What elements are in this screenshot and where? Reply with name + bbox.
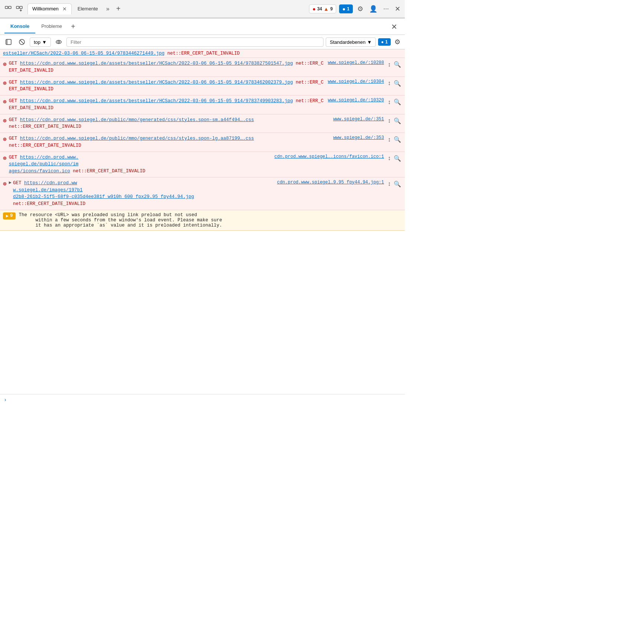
- cutoff-error-code: net::ERR_CERT_DATE_INVALID: [167, 51, 240, 56]
- more-icon[interactable]: ···: [382, 3, 390, 14]
- forward-icon[interactable]: [14, 4, 25, 14]
- error-row-6: ⊗ GET https://cdn.prod.www.spiegel.de/pu…: [0, 152, 405, 178]
- request-icon-1[interactable]: ↕: [387, 61, 391, 69]
- warning-count: 9: [10, 213, 13, 218]
- error-row-7: ⊗ ▶ GET https://cdn.prod.www.spiegel.de/…: [0, 178, 405, 210]
- error-content-2: GET https://cdn.prod.www.spiegel.de/asse…: [9, 79, 325, 93]
- error-row-5: ⊗ GET https://cdn.prod.www.spiegel.de/pu…: [0, 133, 405, 152]
- context-selector[interactable]: top ▼: [30, 38, 51, 47]
- context-label: top: [34, 39, 40, 45]
- tab-elemente[interactable]: Elemente: [73, 4, 103, 14]
- tab-willkommen-label: Willkommen: [32, 6, 59, 12]
- tab-konsole[interactable]: Konsole: [4, 20, 35, 33]
- search-icon-7[interactable]: 🔍: [393, 180, 402, 188]
- error-actions-5: ↕ 🔍: [387, 135, 402, 144]
- bottom-expand-row[interactable]: ›: [0, 394, 405, 405]
- error-source-2[interactable]: www.spiegel.de/:10304: [328, 79, 384, 84]
- error-url-2[interactable]: https://cdn.prod.www.spiegel.de/assets/b…: [20, 80, 293, 85]
- log-level-selector[interactable]: Standardebenen ▼: [326, 38, 376, 47]
- error-source-3[interactable]: www.spiegel.de/:10320: [328, 98, 384, 103]
- warning-row-1: ▶ 9 The resource <URL> was preloaded usi…: [0, 210, 405, 231]
- search-icon-4[interactable]: 🔍: [393, 117, 402, 125]
- console-settings-button[interactable]: ⚙: [393, 36, 402, 48]
- error-content-1: GET https://cdn.prod.www.spiegel.de/asse…: [9, 60, 325, 74]
- error-url-7[interactable]: https://cdn.prod.www.spiegel.de/images/1…: [13, 180, 194, 200]
- svg-point-11: [58, 41, 59, 43]
- search-icon-3[interactable]: 🔍: [393, 98, 402, 106]
- profile-icon[interactable]: 👤: [368, 3, 379, 14]
- devtools-add-tab-button[interactable]: +: [68, 21, 78, 32]
- tab-elemente-label: Elemente: [78, 6, 98, 12]
- error-url-1[interactable]: https://cdn.prod.www.spiegel.de/assets/b…: [20, 61, 293, 66]
- add-tab-button[interactable]: +: [113, 3, 124, 14]
- warning-play-icon: ▶: [6, 213, 9, 219]
- warning-badge[interactable]: ▶ 9: [3, 212, 16, 219]
- expand-arrow-7[interactable]: ▶: [9, 180, 12, 185]
- error-method-7: GET: [13, 180, 24, 186]
- request-icon-7[interactable]: ↕: [387, 180, 391, 188]
- devtools-panel: Konsole Probleme + ✕ top ▼: [0, 18, 405, 405]
- error-count: 34: [317, 6, 322, 12]
- search-icon-1[interactable]: 🔍: [393, 60, 402, 69]
- error-url-4[interactable]: https://cdn.prod.www.spiegel.de/public/m…: [20, 117, 254, 123]
- request-icon-5[interactable]: ↕: [387, 136, 391, 144]
- error-count-badge[interactable]: ● 34 ▲ 9: [309, 4, 336, 13]
- svg-rect-3: [20, 6, 22, 9]
- error-code-5: net::ERR_CERT_DATE_INVALID: [9, 143, 81, 148]
- request-icon-6[interactable]: ↕: [387, 154, 391, 162]
- svg-rect-1: [9, 6, 11, 9]
- chevron-down-icon: ▼: [42, 39, 47, 45]
- error-method-3: GET: [9, 98, 20, 104]
- devtools-close-button[interactable]: ✕: [388, 21, 400, 33]
- error-method-5: GET: [9, 136, 20, 141]
- svg-rect-2: [16, 6, 19, 9]
- search-icon-5[interactable]: 🔍: [393, 135, 402, 144]
- info-messages-badge[interactable]: ● 1: [378, 38, 391, 46]
- tab-close-icon[interactable]: ✕: [62, 6, 67, 12]
- cutoff-row: estseller/HCSach/2022-03-06_06-15-05_914…: [0, 49, 405, 58]
- console-messages-area[interactable]: estseller/HCSach/2022-03-06_06-15-05_914…: [0, 49, 405, 394]
- info-count: 1: [347, 6, 349, 12]
- info-dot-icon: ●: [342, 6, 345, 12]
- error-content-6: GET https://cdn.prod.www.spiegel.de/publ…: [9, 154, 271, 175]
- cutoff-url[interactable]: estseller/HCSach/2022-03-06_06-15-05_914…: [3, 51, 165, 56]
- error-circle-icon-2: ⊗: [3, 79, 7, 87]
- error-source-1[interactable]: www.spiegel.de/:10288: [328, 60, 384, 65]
- request-icon-4[interactable]: ↕: [387, 117, 391, 125]
- search-icon-6[interactable]: 🔍: [393, 154, 402, 163]
- error-source-4[interactable]: www.spiegel.de/:351: [333, 117, 384, 122]
- request-icon-3[interactable]: ↕: [387, 98, 391, 106]
- error-circle-icon-6: ⊗: [3, 155, 7, 162]
- sidebar-toggle-button[interactable]: [3, 37, 14, 47]
- tab-overflow-button[interactable]: »: [104, 4, 112, 14]
- eye-filter-button[interactable]: [53, 37, 64, 47]
- clear-console-button[interactable]: [16, 37, 27, 47]
- error-actions-4: ↕ 🔍: [387, 117, 402, 125]
- close-browser-icon[interactable]: ✕: [393, 3, 402, 14]
- error-actions-6: ↕ 🔍: [387, 154, 402, 163]
- error-method-4: GET: [9, 117, 20, 123]
- error-source-5[interactable]: www.spiegel.de/:353: [333, 135, 384, 140]
- error-url-5[interactable]: https://cdn.prod.www.spiegel.de/public/m…: [20, 136, 254, 141]
- error-code-6: net::ERR_CERT_DATE_INVALID: [73, 169, 145, 174]
- error-source-7[interactable]: cdn.prod.www.spiegel…9.95_fpy44.94.jpg:1: [277, 180, 384, 185]
- filter-input[interactable]: [66, 38, 323, 47]
- error-code-7: net::ERR_CERT_DATE_INVALID: [13, 201, 85, 206]
- tab-probleme[interactable]: Probleme: [35, 20, 68, 33]
- settings-icon[interactable]: ⚙: [356, 3, 365, 14]
- error-source-6[interactable]: cdn.prod.www.spiegel….icons/favicon.ico:…: [274, 154, 384, 159]
- browser-nav-icons: [3, 4, 25, 14]
- tab-willkommen[interactable]: Willkommen ✕: [27, 3, 72, 14]
- back-icon[interactable]: [3, 4, 13, 14]
- error-actions-1: ↕ 🔍: [387, 60, 402, 69]
- error-circle-icon-7: ⊗: [3, 180, 7, 188]
- error-row-3: ⊗ GET https://cdn.prod.www.spiegel.de/as…: [0, 95, 405, 114]
- search-icon-2[interactable]: 🔍: [393, 79, 402, 88]
- request-icon-2[interactable]: ↕: [387, 79, 391, 87]
- error-url-3[interactable]: https://cdn.prod.www.spiegel.de/assets/b…: [20, 98, 293, 104]
- browser-top-bar: Willkommen ✕ Elemente » + ● 34 ▲ 9 ● 1 ⚙…: [0, 0, 405, 18]
- error-actions-3: ↕ 🔍: [387, 98, 402, 106]
- browser-right-icons: ● 34 ▲ 9 ● 1 ⚙ 👤 ··· ✕: [309, 3, 402, 14]
- info-count-badge[interactable]: ● 1: [339, 4, 353, 13]
- svg-rect-0: [5, 6, 8, 9]
